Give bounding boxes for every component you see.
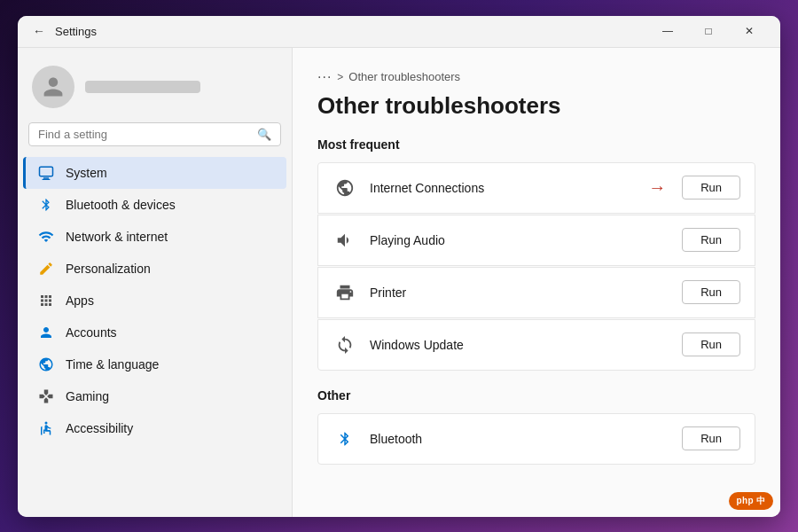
audio-icon [332, 228, 357, 253]
sidebar-item-label: Network & internet [66, 230, 168, 244]
section-label-frequent: Most frequent [317, 137, 755, 152]
sidebar-item-label: Personalization [66, 262, 151, 276]
sidebar-item-time[interactable]: Time & language [23, 348, 286, 380]
search-icon: 🔍 [257, 128, 271, 141]
sidebar-item-accounts[interactable]: Accounts [23, 317, 286, 348]
svg-rect-0 [40, 167, 53, 176]
breadcrumb: ··· > Other troubleshooters [317, 69, 755, 85]
apps-icon [37, 292, 55, 309]
sidebar-item-label: Time & language [66, 357, 159, 372]
personalization-icon [37, 260, 55, 278]
main-content: ··· > Other troubleshooters Other troubl… [293, 48, 780, 517]
accessibility-icon [37, 419, 55, 437]
minimize-button[interactable]: — [647, 16, 688, 48]
sidebar-item-bluetooth[interactable]: Bluetooth & devices [23, 189, 286, 221]
sidebar-item-system[interactable]: System [23, 157, 286, 189]
troubleshooter-audio: Playing Audio Run [317, 215, 755, 266]
section-label-other: Other [317, 388, 755, 403]
internet-icon [332, 176, 357, 200]
troubleshooter-internet: Internet Connections → Run [317, 162, 755, 214]
audio-label: Playing Audio [370, 233, 669, 247]
user-name-bar [85, 81, 200, 93]
search-bar[interactable]: 🔍 [28, 122, 281, 146]
bluetooth-ts-icon [332, 426, 357, 451]
search-input[interactable] [38, 128, 250, 141]
gaming-icon [37, 387, 55, 405]
sidebar-item-label: Apps [66, 293, 94, 308]
php-badge: php 中 [729, 492, 773, 510]
printer-label: Printer [370, 286, 669, 300]
window-title: Settings [55, 25, 647, 38]
sidebar-item-apps[interactable]: Apps [23, 285, 286, 317]
troubleshooter-printer: Printer Run [317, 267, 755, 318]
windows-update-icon [332, 332, 357, 357]
maximize-button[interactable]: □ [688, 16, 729, 48]
sidebar-item-label: Accessibility [66, 421, 133, 435]
accounts-icon [37, 324, 55, 341]
sidebar-item-personalization[interactable]: Personalization [23, 253, 286, 285]
bluetooth-icon [37, 196, 55, 214]
internet-connections-label: Internet Connections [370, 181, 636, 195]
window-controls: — □ ✕ [647, 16, 770, 48]
system-icon [37, 164, 55, 182]
network-icon [37, 228, 55, 246]
svg-rect-1 [43, 177, 49, 179]
printer-run-button[interactable]: Run [682, 280, 740, 304]
sidebar-item-label: System [66, 166, 107, 180]
maximize-icon: □ [705, 25, 711, 37]
svg-point-3 [45, 421, 48, 424]
sidebar-item-label: Accounts [66, 325, 117, 340]
back-icon: ← [33, 24, 45, 38]
windows-update-label: Windows Update [370, 338, 669, 352]
audio-run-button[interactable]: Run [682, 228, 740, 252]
close-button[interactable]: ✕ [729, 16, 770, 48]
back-button[interactable]: ← [28, 20, 50, 42]
user-section [18, 59, 292, 122]
sidebar-item-label: Bluetooth & devices [66, 198, 176, 212]
windows-update-run-button[interactable]: Run [682, 332, 740, 356]
breadcrumb-arrow: > [337, 71, 343, 83]
page-title: Other troubleshooters [317, 92, 755, 120]
internet-run-button[interactable]: Run [682, 176, 740, 200]
bluetooth-label: Bluetooth [370, 432, 669, 446]
sidebar-item-network[interactable]: Network & internet [23, 221, 286, 253]
svg-rect-2 [43, 178, 51, 179]
printer-icon [332, 280, 357, 305]
breadcrumb-current: Other troubleshooters [348, 70, 460, 83]
sidebar-item-gaming[interactable]: Gaming [23, 380, 286, 412]
minimize-icon: — [662, 25, 673, 37]
troubleshooter-windows-update: Windows Update Run [317, 319, 755, 371]
sidebar-item-accessibility[interactable]: Accessibility [23, 412, 286, 444]
frequent-troubleshooter-list: Internet Connections → Run Playing Audio… [317, 162, 755, 371]
sidebar: 🔍 System Bluetooth & devices [18, 48, 293, 517]
bluetooth-run-button[interactable]: Run [682, 426, 740, 450]
avatar [32, 66, 74, 108]
other-troubleshooter-list: Bluetooth Run [317, 413, 755, 465]
arrow-icon: → [648, 177, 666, 198]
troubleshooter-bluetooth: Bluetooth Run [317, 413, 755, 465]
close-icon: ✕ [745, 25, 754, 37]
sidebar-item-label: Gaming [66, 389, 109, 403]
time-icon [37, 356, 55, 373]
breadcrumb-dots: ··· [317, 69, 332, 85]
